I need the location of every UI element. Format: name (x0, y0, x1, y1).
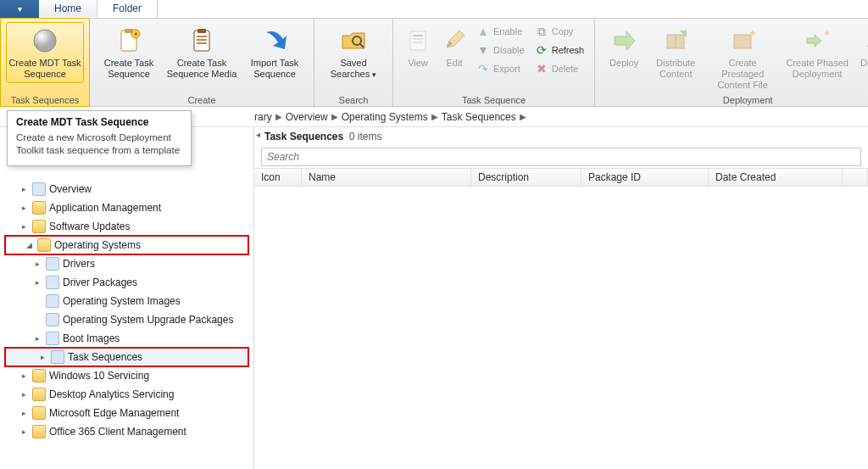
group-search: Saved Searches ▾ Search (314, 19, 393, 106)
create-task-sequence-media-button[interactable]: Create Task Sequence Media (163, 22, 241, 83)
button-label: Deploy (609, 58, 638, 69)
expander-icon[interactable]: ▸ (32, 260, 42, 268)
button-label: Debug (860, 58, 868, 69)
list-body-empty (254, 187, 868, 469)
create-task-sequence-button[interactable]: ✦ Create Task Sequence (95, 22, 163, 83)
button-label: Create Prestaged Content File (706, 58, 779, 91)
col-description[interactable]: Description (471, 169, 581, 186)
expander-icon[interactable]: ▸ (19, 222, 29, 231)
refresh-button[interactable]: ⟳Refresh (531, 41, 588, 59)
deploy-button[interactable]: Deploy (600, 22, 648, 72)
tree-item[interactable]: ◢Operating Systems (5, 236, 248, 254)
expander-icon[interactable]: ▸ (19, 409, 29, 417)
enable-button[interactable]: ▲Enable (473, 22, 528, 41)
tree-item[interactable]: ▸Boot Images (0, 329, 253, 348)
up-arrow-icon: ▲ (476, 25, 490, 38)
edit-button[interactable]: Edit (437, 22, 471, 72)
button-label: Distribute Content (650, 58, 701, 80)
tree-item-label: Desktop Analytics Servicing (49, 388, 174, 400)
tree-item[interactable]: ▸Drivers (0, 254, 253, 273)
group-deployment: Deploy Distribute Content ✦ Create Prest… (595, 19, 868, 106)
create-phased-deployment-button[interactable]: ✦ Create Phased Deployment (782, 22, 853, 83)
expander-icon[interactable]: ▸ (37, 353, 47, 361)
svg-rect-8 (197, 39, 207, 41)
button-label: Saved Searches ▾ (322, 58, 385, 81)
col-date-created[interactable]: Date Created (709, 169, 843, 186)
application-menu[interactable]: ▾ (0, 0, 39, 18)
import-task-sequence-button[interactable]: Import Task Sequence (241, 22, 309, 83)
node-icon (46, 332, 59, 345)
svg-rect-13 (413, 35, 423, 36)
tree-item[interactable]: Operating System Upgrade Packages (0, 310, 253, 329)
saved-searches-button[interactable]: Saved Searches ▾ (320, 22, 387, 84)
tab-folder[interactable]: Folder (97, 0, 158, 18)
search-input[interactable] (261, 148, 861, 166)
chevron-right-icon: ▶ (275, 112, 282, 121)
node-icon (32, 182, 46, 196)
package-distribute-icon (662, 27, 689, 54)
tooltip-body: Create a new Microsoft Deployment Toolki… (16, 131, 182, 157)
group-label: Task Sequence (393, 95, 594, 105)
tree-item[interactable]: ▸Task Sequences (5, 348, 248, 366)
create-prestaged-content-file-button[interactable]: ✦ Create Prestaged Content File (704, 22, 782, 94)
expander-icon[interactable]: ▸ (19, 204, 29, 212)
tree-item[interactable]: ▸Application Management (0, 198, 253, 217)
expander-icon[interactable]: ▸ (19, 371, 29, 380)
expander-icon[interactable]: ▸ (32, 334, 42, 343)
button-label: Create MDT Task Sequence (8, 58, 81, 80)
content-pane: ◂ Task Sequences 0 items Icon Name Descr… (254, 127, 868, 469)
crumb-operating-systems[interactable]: Operating Systems▶ (342, 111, 438, 123)
tree-item-label: Drivers (63, 258, 95, 270)
svg-text:✦: ✦ (133, 31, 139, 38)
col-name[interactable]: Name (302, 169, 471, 186)
folder-icon (32, 369, 46, 382)
debug-button[interactable]: Debug (853, 22, 868, 72)
label: Export (493, 64, 520, 74)
disable-button[interactable]: ▼Disable (473, 41, 528, 59)
tree-item-label: Windows 10 Servicing (49, 370, 149, 382)
tree-item[interactable]: ▸Software Updates (0, 217, 253, 236)
collapse-handle[interactable]: ◂ (254, 127, 261, 146)
expander-icon[interactable]: ▸ (19, 390, 29, 399)
export-button[interactable]: ↷Export (473, 59, 528, 78)
crumb-label: Overview (286, 111, 328, 123)
view-button[interactable]: View (398, 22, 437, 72)
expander-icon[interactable]: ▸ (19, 185, 29, 193)
tree-item[interactable]: ▸Driver Packages (0, 273, 253, 292)
col-icon[interactable]: Icon (254, 169, 302, 186)
node-icon (46, 276, 59, 289)
clipboard-new-icon: ✦ (115, 27, 142, 54)
tree-item[interactable]: ▸Microsoft Edge Management (0, 404, 253, 422)
tree-item[interactable]: Operating System Images (0, 292, 253, 310)
deploy-arrow-icon (610, 27, 637, 54)
create-mdt-task-sequence-button[interactable]: Create MDT Task Sequence (6, 22, 84, 83)
tab-home[interactable]: Home (39, 0, 97, 18)
expander-icon[interactable]: ◢ (24, 241, 34, 249)
navigation-tree[interactable]: ▸Overview▸Application Management▸Softwar… (0, 127, 254, 469)
col-package-id[interactable]: Package ID (581, 169, 709, 186)
copy-button[interactable]: ⧉Copy (531, 22, 588, 41)
tree-item[interactable]: ▸Overview (0, 180, 253, 198)
tree-item[interactable]: ▸Office 365 Client Management (0, 422, 253, 441)
group-label: Deployment (595, 95, 868, 105)
crumb-task-sequences[interactable]: Task Sequences▶ (442, 111, 526, 123)
crumb-fragment[interactable]: rary▶ (254, 111, 282, 123)
distribute-content-button[interactable]: Distribute Content (648, 22, 704, 83)
button-label: Create Task Sequence (97, 58, 160, 80)
crumb-overview[interactable]: Overview▶ (286, 111, 338, 123)
expander-icon[interactable]: ▸ (19, 427, 29, 436)
delete-button[interactable]: ✖Delete (531, 59, 588, 78)
tree-item[interactable]: ▸Windows 10 Servicing (0, 366, 253, 385)
folder-icon (32, 388, 46, 401)
svg-rect-9 (197, 42, 207, 44)
copy-icon: ⧉ (535, 25, 548, 38)
import-arrow-icon (261, 27, 288, 54)
column-headers[interactable]: Icon Name Description Package ID Date Cr… (254, 168, 868, 187)
tree-item[interactable]: ▸Desktop Analytics Servicing (0, 385, 253, 404)
down-arrow-icon: ▼ (476, 43, 490, 57)
node-icon (46, 257, 59, 271)
expander-icon[interactable]: ▸ (32, 278, 42, 287)
tree-item-label: Boot Images (63, 332, 120, 344)
label: Enable (493, 26, 522, 36)
tree-item-label: Overview (49, 183, 92, 195)
